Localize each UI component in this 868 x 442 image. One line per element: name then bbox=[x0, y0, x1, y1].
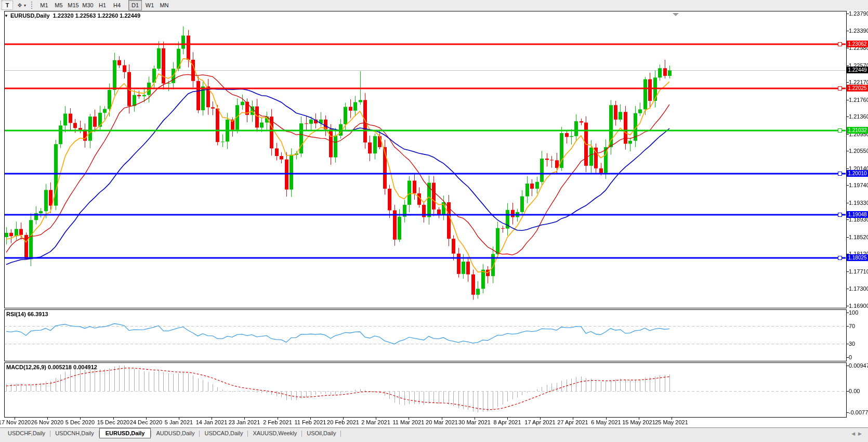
tab-usoil-daily[interactable]: USOil,Daily bbox=[302, 428, 340, 438]
tab-eurusd-daily[interactable]: EURUSD,Daily bbox=[99, 428, 151, 438]
timeframe-button-m5[interactable]: M5 bbox=[52, 1, 65, 10]
timeframe-button-h4[interactable]: H4 bbox=[110, 1, 124, 10]
tab-usdcnh-daily[interactable]: USDCNH,Daily bbox=[50, 428, 99, 438]
tab-separator bbox=[340, 431, 341, 437]
tab-xauusd-weekly[interactable]: XAUUSD,Weekly bbox=[248, 428, 301, 438]
timeframe-toolbar: M1M5M15M30H1H4D1W1MN bbox=[37, 0, 172, 10]
timeframe-button-m30[interactable]: M30 bbox=[81, 1, 95, 10]
tab-scroll-left-icon[interactable]: ◀ bbox=[851, 431, 858, 436]
timeframe-button-mn[interactable]: MN bbox=[157, 1, 171, 10]
tab-usdchf-daily[interactable]: USDCHF,Daily bbox=[3, 428, 50, 438]
tab-audusd-daily[interactable]: AUDUSD,Daily bbox=[151, 428, 199, 438]
chevron-down-icon: ▾ bbox=[24, 3, 27, 8]
top-toolbar: T ❖ ▾ M1M5M15M30H1H4D1W1MN bbox=[0, 0, 868, 11]
toolbar-separator bbox=[31, 2, 35, 9]
timeframe-button-h1[interactable]: H1 bbox=[96, 1, 109, 10]
timeframe-button-d1[interactable]: D1 bbox=[128, 0, 142, 10]
timeframe-button-m15[interactable]: M15 bbox=[67, 1, 80, 10]
objects-dropdown-button[interactable]: ❖ ▾ bbox=[14, 1, 30, 9]
timeframe-button-w1[interactable]: W1 bbox=[143, 1, 156, 10]
chart-region: ▼EURUSD,Daily 1.22320 1.22563 1.22260 1.… bbox=[0, 10, 868, 427]
symbol-tab-bar: USDCHF,DailyUSDCNH,DailyEURUSD,DailyAUDU… bbox=[0, 427, 868, 442]
tab-usdcad-daily[interactable]: USDCAD,Daily bbox=[200, 428, 247, 438]
objects-tool-icon: ❖ bbox=[17, 2, 23, 9]
chart-canvas[interactable] bbox=[0, 10, 868, 427]
mt4-window: T ❖ ▾ M1M5M15M30H1H4D1W1MN ▼EURUSD,Daily… bbox=[0, 0, 868, 442]
tab-scroll-right-icon[interactable]: ▶ bbox=[858, 431, 865, 436]
timeframe-button-m1[interactable]: M1 bbox=[37, 1, 51, 10]
text-tool-button[interactable]: T bbox=[2, 1, 13, 10]
